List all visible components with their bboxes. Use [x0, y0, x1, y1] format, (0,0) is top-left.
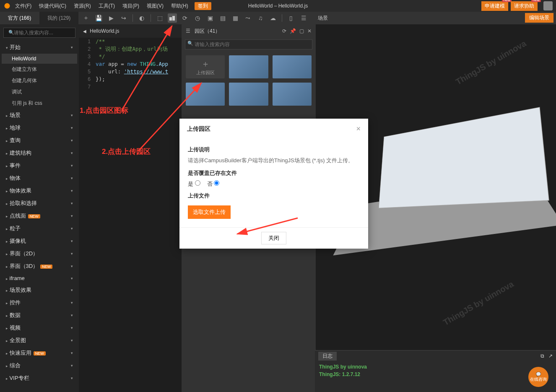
svg-rect-1	[172, 16, 175, 21]
window-icon[interactable]: ▣	[205, 13, 215, 23]
sidebar-item[interactable]: HelloWorld	[2, 54, 77, 64]
popout-icon[interactable]: ⧉	[540, 353, 544, 359]
tab-mine[interactable]: 我的 (129)	[39, 12, 79, 24]
sidebar-group[interactable]: ▸ 物体效果▾	[2, 184, 77, 197]
code-area[interactable]: /** * 说明：创建App，url为场 */ var app = new TH…	[96, 38, 168, 83]
save-icon[interactable]: 💾	[94, 13, 103, 23]
campus-thumbnail[interactable]	[273, 55, 312, 78]
sidebar-tabs: 官方 (166) 我的 (129)	[0, 12, 79, 24]
sidebar-item[interactable]: 创建立方体	[2, 64, 77, 75]
menu-file[interactable]: 文件(F)	[15, 3, 31, 10]
sidebar-group[interactable]: ▾ 开始▾	[2, 41, 77, 54]
menu-shortcut[interactable]: 快捷代码(C)	[39, 3, 66, 10]
branch-icon[interactable]: ⤳	[243, 13, 252, 23]
sidebar-tree: ▾ 开始▾HelloWorld创建立方体创建几何体调试引用 js 和 css▸ …	[0, 41, 79, 384]
request-help-button[interactable]: 请求协助new	[511, 1, 538, 11]
campus-thumbnail[interactable]	[229, 83, 268, 106]
menu-project[interactable]: 项目(P)	[122, 3, 139, 10]
modal-title: 上传园区	[187, 125, 210, 133]
sidebar-group[interactable]: ▸ 控件▾	[2, 296, 77, 309]
modal-close-button[interactable]: 关闭	[261, 232, 286, 244]
share-icon[interactable]: ↪	[119, 13, 128, 23]
upload-modal: 上传园区 × 上传说明 请选择CampusBuilder客户端导出的ThingJ…	[179, 119, 368, 249]
sidebar: ▾ 开始▾HelloWorld创建立方体创建几何体调试引用 js 和 css▸ …	[0, 24, 79, 392]
sidebar-group[interactable]: ▸ 快速应用NEW▾	[2, 347, 77, 359]
hamburger-icon[interactable]: ☰	[186, 28, 190, 34]
radio-yes[interactable]: 是	[188, 180, 200, 188]
campus-thumbnail[interactable]	[229, 55, 268, 78]
sidebar-group[interactable]: ▸ 查询▾	[2, 134, 77, 147]
select-file-button[interactable]: 选取文件上传	[188, 205, 231, 219]
clock-icon[interactable]: ◷	[193, 13, 202, 23]
tab-official[interactable]: 官方 (166)	[0, 12, 39, 24]
sidebar-group[interactable]: ▸ 摄像机▾	[2, 235, 77, 247]
campus-thumbnail[interactable]	[273, 83, 312, 106]
refresh-icon[interactable]: ⟳	[180, 13, 190, 23]
globe-icon[interactable]: ◐	[137, 13, 146, 23]
edit-scene-button[interactable]: 编辑场景	[525, 13, 553, 23]
sidebar-group[interactable]: ▸ 建筑结构▾	[2, 147, 77, 159]
export-icon[interactable]: ↗	[548, 353, 553, 359]
user-avatar[interactable]	[543, 1, 553, 10]
menu-view[interactable]: 视图(V)	[147, 3, 164, 10]
sidebar-group[interactable]: ▸ 界面（3D）NEW▾	[2, 260, 77, 273]
sidebar-search-input[interactable]	[3, 28, 75, 38]
sidebar-group[interactable]: ▸ VIP专栏▾	[2, 372, 77, 384]
code-editor[interactable]: ◀ HelloWorld.js 1234567 /** * 说明：创建App，u…	[79, 24, 182, 392]
sidebar-item[interactable]: 创建几何体	[2, 75, 77, 86]
sidebar-group[interactable]: ▸ 界面（2D）▾	[2, 247, 77, 260]
file-tab-name[interactable]: HelloWorld.js	[90, 28, 119, 34]
log-panel: 日志 ⧉↗ ThingJS by uinnova ThingJS: 1.2.7.…	[315, 350, 556, 392]
run-icon[interactable]: ▶	[107, 13, 116, 23]
menu-help[interactable]: 帮助(H)	[171, 3, 188, 10]
log-line: ThingJS by uinnova	[319, 363, 552, 371]
chevron-left-icon[interactable]: ◀	[83, 29, 86, 34]
log-tab[interactable]: 日志	[318, 352, 337, 361]
new-icon[interactable]: ＋	[81, 13, 91, 23]
cube-icon[interactable]: ⬚	[155, 13, 164, 23]
sidebar-group[interactable]: ▸ 场景▾	[2, 109, 77, 122]
gallery-icon[interactable]: ▦	[231, 13, 240, 23]
campus-icon[interactable]	[168, 13, 177, 23]
refresh-icon[interactable]: ⟳	[282, 28, 286, 34]
sidebar-group[interactable]: ▸ 场景效果▾	[2, 284, 77, 296]
sidebar-group[interactable]: ▸ 视频▾	[2, 322, 77, 334]
signin-button[interactable]: 签到	[195, 2, 211, 10]
panel-icon[interactable]: ▯	[286, 13, 296, 23]
sidebar-group[interactable]: ▸ 粒子▾	[2, 222, 77, 235]
close-icon[interactable]: ×	[356, 125, 361, 133]
upload-campus-tile[interactable]: ＋上传园区	[186, 55, 225, 78]
sidebar-group[interactable]: ▸ 事件▾	[2, 159, 77, 172]
radio-no[interactable]: 否	[207, 180, 220, 188]
settings-icon[interactable]: ☰	[299, 13, 308, 23]
sidebar-group[interactable]: ▸ 数据▾	[2, 309, 77, 322]
line-gutter: 1234567	[79, 38, 93, 91]
sidebar-group[interactable]: ▸ 地球▾	[2, 122, 77, 134]
apply-model-button[interactable]: 申请建模new	[481, 1, 508, 11]
cloud-icon[interactable]: ☁	[268, 13, 278, 23]
sidebar-item[interactable]: 引用 js 和 css	[2, 98, 77, 109]
section-heading: 上传说明	[188, 146, 360, 153]
chat-button[interactable]: 💬 在线咨询	[528, 367, 548, 387]
resource-search-input[interactable]	[185, 39, 312, 49]
app-logo	[3, 2, 11, 10]
sidebar-item[interactable]: 调试	[2, 86, 77, 98]
menu-tools[interactable]: 工具(T)	[99, 3, 115, 10]
maximize-icon[interactable]: ▢	[299, 28, 304, 34]
sidebar-group[interactable]: ▸ 物体▾	[2, 172, 77, 184]
sidebar-group[interactable]: ▸ 全景图▾	[2, 334, 77, 347]
sidebar-group[interactable]: ▸ 拾取和选择▾	[2, 197, 77, 210]
pin-icon[interactable]: 📌	[290, 28, 296, 34]
scene-label: 场景	[318, 12, 328, 24]
close-panel-icon[interactable]: ✕	[307, 28, 312, 34]
music-icon[interactable]: ♫	[256, 13, 265, 23]
section-heading: 上传文件	[188, 192, 360, 200]
sidebar-group[interactable]: ▸ iframe▾	[2, 273, 77, 284]
resource-panel-title: 园区（41）	[195, 28, 220, 35]
window-title: HelloWorld – HelloWorld.js	[248, 3, 308, 9]
sidebar-group[interactable]: ▸ 综合▾	[2, 359, 77, 372]
menu-resource[interactable]: 资源(R)	[74, 3, 91, 10]
image-icon[interactable]: ▤	[218, 13, 227, 23]
sidebar-group[interactable]: ▸ 点线面NEW▾	[2, 210, 77, 222]
campus-thumbnail[interactable]	[186, 83, 225, 106]
